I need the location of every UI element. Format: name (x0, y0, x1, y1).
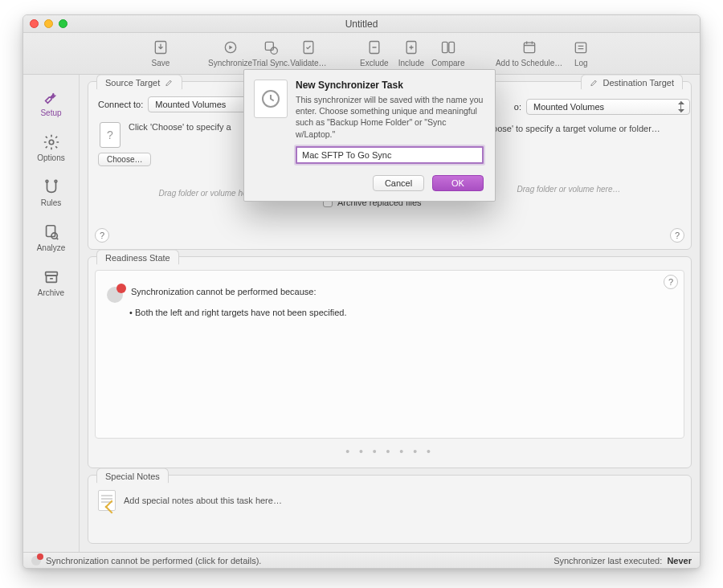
cancel-button[interactable]: Cancel (373, 175, 424, 191)
titlebar: Untitled (23, 15, 700, 33)
notes-icon (98, 490, 116, 511)
sync-icon (219, 38, 242, 57)
toolbar-trial-sync[interactable]: Trial Sync. (252, 38, 290, 67)
sidebar: Setup Options Rules Analyze (23, 75, 80, 552)
source-connect-value: Mounted Volumes (155, 100, 226, 109)
toolbar-add-schedule[interactable]: Add to Schedule… (496, 38, 562, 67)
toolbar-exclude[interactable]: Exclude (356, 38, 393, 67)
toolbar-compare[interactable]: Compare (430, 38, 467, 67)
close-window-button[interactable] (30, 19, 39, 28)
gear-icon (42, 133, 61, 152)
error-status-icon: ✕ (107, 287, 123, 303)
svg-rect-10 (576, 43, 586, 52)
readiness-detail-text: Both the left and right targets have not… (135, 308, 347, 317)
minimize-window-button[interactable] (44, 19, 53, 28)
pencil-icon (590, 78, 598, 87)
svg-rect-8 (449, 42, 455, 52)
special-notes-tab-label: Special Notes (105, 472, 160, 481)
special-notes-placeholder[interactable]: Add special notes about this task here… (124, 496, 282, 505)
task-name-input[interactable] (296, 146, 484, 164)
readiness-headline: Synchronization cannot be performed beca… (131, 287, 317, 296)
svg-rect-9 (524, 43, 534, 52)
svg-rect-7 (442, 42, 447, 52)
svg-rect-2 (266, 42, 274, 50)
source-choose-hint: Click 'Choose' to specify a (129, 122, 231, 148)
toolbar-log[interactable]: Log (562, 38, 599, 67)
sidebar-item-rules[interactable]: Rules (27, 171, 76, 213)
readiness-detail: • Both the left and right targets have n… (129, 308, 672, 317)
status-right-label: Synchronizer last executed: (553, 556, 662, 566)
dialog-title: New Synchronizer Task (296, 80, 484, 91)
sidebar-item-archive[interactable]: Archive (27, 261, 76, 303)
source-target-label: Source Target (105, 78, 160, 88)
source-help-button[interactable]: ? (95, 228, 109, 243)
special-notes-panel: Special Notes Add special notes about th… (88, 475, 692, 544)
destination-connect-label-fragment: o: (505, 102, 521, 112)
calendar-icon (518, 38, 541, 57)
readiness-body: ✕ Synchronization cannot be performed be… (95, 270, 684, 439)
ok-button[interactable]: OK (432, 175, 484, 191)
zoom-window-button[interactable] (59, 19, 67, 28)
sidebar-item-setup[interactable]: Setup (27, 81, 76, 123)
sidebar-item-options[interactable]: Options (27, 126, 76, 168)
log-icon (570, 38, 592, 57)
destination-connect-row: o: Mounted Volumes (505, 99, 690, 115)
source-choose-button[interactable]: Choose… (98, 153, 151, 166)
save-icon (149, 38, 172, 57)
svg-rect-14 (46, 225, 55, 236)
readiness-help-button[interactable]: ? (664, 275, 678, 289)
status-bar: Synchronization cannot be performed (cli… (23, 552, 700, 568)
svg-point-11 (49, 140, 54, 145)
status-right: Synchronizer last executed: Never (553, 556, 692, 566)
wrench-icon (42, 88, 61, 107)
archive-icon (42, 267, 61, 287)
toolbar-validate[interactable]: Validate… (290, 38, 327, 67)
unknown-doc-icon (100, 122, 120, 148)
svg-point-3 (271, 47, 277, 54)
toolbar-include[interactable]: Include (393, 38, 430, 67)
status-right-value: Never (667, 556, 692, 566)
source-target-tab[interactable]: Source Target (96, 75, 182, 90)
new-task-dialog: New Synchronizer Task This synchronizer … (243, 69, 496, 202)
exclude-icon (363, 38, 386, 57)
status-left[interactable]: Synchronization cannot be performed (cli… (31, 556, 261, 566)
destination-target-tab[interactable]: Destination Target (581, 75, 683, 90)
toolbar-synchronize[interactable]: Synchronize (208, 38, 252, 67)
sidebar-item-analyze[interactable]: Analyze (27, 216, 76, 258)
include-icon (400, 38, 423, 57)
status-left-text: Synchronization cannot be performed (cli… (46, 556, 261, 566)
readiness-panel: Readiness State ? ✕ Synchronization cann… (88, 256, 692, 468)
destination-target-label: Destination Target (603, 78, 674, 88)
destination-help-button[interactable]: ? (670, 228, 684, 243)
rules-icon (42, 178, 61, 197)
special-notes-tab: Special Notes (96, 468, 169, 484)
trial-sync-icon (259, 38, 282, 57)
clock-document-icon (254, 80, 288, 118)
compare-icon (437, 38, 460, 57)
readiness-tab: Readiness State (96, 250, 179, 265)
analyze-icon (42, 223, 61, 242)
source-connect-label: Connect to: (98, 100, 143, 109)
destination-connect-value: Mounted Volumes (533, 102, 604, 112)
pencil-icon (165, 78, 174, 87)
destination-connect-select[interactable]: Mounted Volumes (526, 99, 690, 115)
dialog-description: This synchronizer will be saved with the… (296, 94, 484, 140)
toolbar-save[interactable]: Save (142, 38, 179, 67)
readiness-tab-label: Readiness State (105, 253, 170, 263)
resize-grip[interactable]: • • • • • • • (88, 445, 691, 458)
window-controls (30, 19, 67, 28)
status-error-icon (31, 556, 41, 566)
chevrons-icon (676, 101, 686, 112)
validate-icon (297, 38, 320, 57)
window-title: Untitled (345, 18, 378, 30)
